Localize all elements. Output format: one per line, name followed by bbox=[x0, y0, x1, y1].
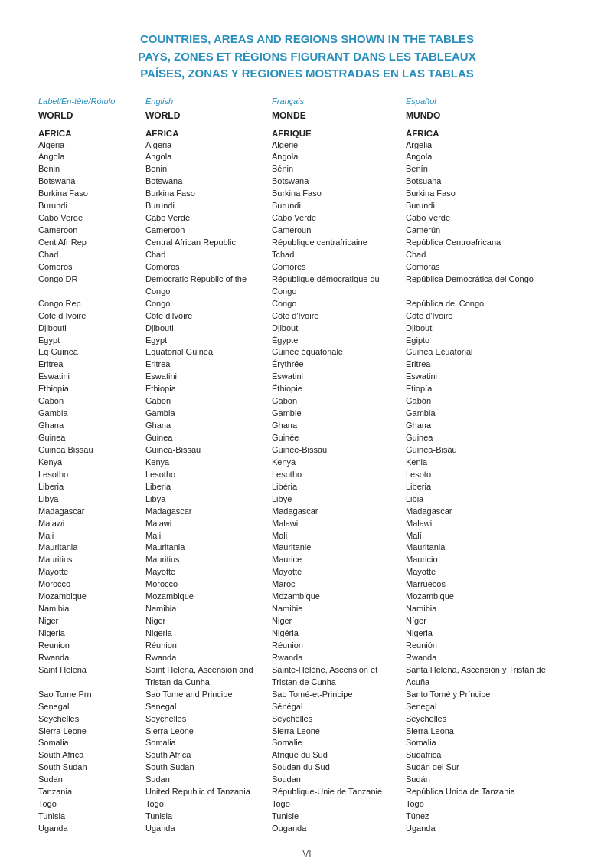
cell: Etiopía bbox=[406, 383, 559, 395]
table-row: ChadChadTchadChad bbox=[38, 249, 576, 261]
cell: Cabo Verde bbox=[406, 212, 559, 224]
table-row: SudanSudanSoudanSudán bbox=[38, 774, 576, 786]
table-row: Sao Tome PrnSao Tome and PrincipeSao Tom… bbox=[38, 689, 576, 701]
cell: Mali bbox=[38, 530, 145, 542]
cell: Liberia bbox=[38, 481, 145, 493]
table-row: SenegalSenegalSénégalSenegal bbox=[38, 701, 576, 713]
cell: Cameroun bbox=[272, 224, 406, 237]
title-line2: PAYS, ZONES ET RÉGIONS FIGURANT DANS LES… bbox=[38, 48, 576, 66]
cell: Senegal bbox=[406, 701, 559, 713]
cell: Namibia bbox=[38, 603, 145, 615]
cell: Kenya bbox=[145, 457, 272, 469]
cell: Comoras bbox=[406, 261, 559, 274]
table-row: Sierra LeoneSierra LeoneSierra LeoneSier… bbox=[38, 726, 576, 738]
cell: South Sudan bbox=[145, 762, 272, 774]
cell: South Africa bbox=[145, 749, 272, 762]
table-row: NamibiaNamibiaNamibieNamibia bbox=[38, 603, 576, 615]
cell: Niger bbox=[145, 615, 272, 627]
africa-label: AFRICA bbox=[38, 129, 145, 138]
cell: Burkina Faso bbox=[272, 188, 406, 200]
col-espanol: Español bbox=[406, 97, 559, 106]
cell: Guinea bbox=[145, 432, 272, 444]
cell: Mayotte bbox=[406, 566, 559, 578]
cell: Eswatini bbox=[272, 371, 406, 383]
cell: Sudán bbox=[406, 774, 559, 786]
cell: Sierra Leone bbox=[38, 726, 145, 738]
cell: Santo Tomé y Príncipe bbox=[406, 689, 559, 701]
cell: Algeria bbox=[145, 139, 272, 152]
cell: Tunisia bbox=[145, 811, 272, 823]
cell: Egypt bbox=[38, 335, 145, 347]
cell: Mozambique bbox=[145, 591, 272, 603]
cell: Angola bbox=[272, 151, 406, 163]
cell: Senegal bbox=[38, 701, 145, 713]
cell: Rwanda bbox=[145, 652, 272, 664]
cell: Madagascar bbox=[406, 506, 559, 518]
cell: Eswatini bbox=[38, 371, 145, 383]
table-row: MoroccoMoroccoMarocMarruecos bbox=[38, 578, 576, 591]
cell: Níger bbox=[406, 615, 559, 627]
table-row: SomaliaSomaliaSomalieSomalia bbox=[38, 737, 576, 749]
cell: Tanzania bbox=[38, 786, 145, 798]
cell: Djibouti bbox=[406, 323, 559, 335]
cell: Congo bbox=[145, 298, 272, 310]
cell: Eswatini bbox=[145, 371, 272, 383]
cell: Central African Republic bbox=[145, 237, 272, 249]
cell: Algérie bbox=[272, 139, 406, 152]
cell: Mali bbox=[145, 530, 272, 542]
cell: Nigéria bbox=[272, 627, 406, 640]
cell: Mauritania bbox=[145, 542, 272, 554]
cell: Congo DR bbox=[38, 274, 145, 286]
cell: Senegal bbox=[145, 701, 272, 713]
cell: Eritrea bbox=[145, 359, 272, 371]
cell: Érythrée bbox=[272, 359, 406, 371]
cell: Mayotte bbox=[145, 566, 272, 578]
table-row: Cent Afr RepCentral African RepublicRépu… bbox=[38, 237, 576, 249]
cell: Gambia bbox=[38, 408, 145, 420]
cell: República Centroafricana bbox=[406, 237, 559, 249]
table-row: NigerNigerNigerNíger bbox=[38, 615, 576, 627]
cell: Saint Helena bbox=[38, 664, 145, 676]
cell: Mauritius bbox=[38, 554, 145, 566]
cell: Rwanda bbox=[38, 652, 145, 664]
cell: Soudan du Sud bbox=[272, 762, 406, 774]
cell: Guinée équatoriale bbox=[272, 346, 406, 359]
cell: Eswatini bbox=[406, 371, 559, 383]
cell: Mali bbox=[272, 530, 406, 542]
cell: Botswana bbox=[272, 175, 406, 188]
cell: Burundi bbox=[145, 200, 272, 212]
table-row: BurundiBurundiBurundiBurundi bbox=[38, 200, 576, 212]
cell: Congo bbox=[272, 298, 406, 310]
cell: Egipto bbox=[406, 335, 559, 347]
cell: Equatorial Guinea bbox=[145, 346, 272, 359]
table-row: ReunionRéunionRéunionReunión bbox=[38, 640, 576, 652]
title-line1: COUNTRIES, AREAS AND REGIONS SHOWN IN TH… bbox=[38, 31, 576, 48]
table-row: TanzaniaUnited Republic of TanzaniaRépub… bbox=[38, 786, 576, 798]
cell: Somalie bbox=[272, 737, 406, 749]
table-row: GhanaGhanaGhanaGhana bbox=[38, 420, 576, 432]
world-espanol: MUNDO bbox=[406, 110, 559, 121]
africa-espanol: ÁFRICA bbox=[406, 129, 559, 138]
cell: Tunisie bbox=[272, 811, 406, 823]
cell: Mauritius bbox=[145, 554, 272, 566]
title-line3: PAÍSES, ZONAS Y REGIONES MOSTRADAS EN LA… bbox=[38, 65, 576, 83]
cell: Botswana bbox=[145, 175, 272, 188]
cell: Égypte bbox=[272, 335, 406, 347]
column-headers: Label/En-tête/Rótulo English Français Es… bbox=[38, 97, 576, 106]
cell: Mauricio bbox=[406, 554, 559, 566]
cell: Burundi bbox=[406, 200, 559, 212]
cell: Namibia bbox=[145, 603, 272, 615]
cell: Guinea bbox=[38, 432, 145, 444]
cell: Madagascar bbox=[38, 506, 145, 518]
table-row: Congo DRDemocratic Republic of the Congo… bbox=[38, 274, 576, 298]
cell: Chad bbox=[406, 249, 559, 261]
cell: Cabo Verde bbox=[272, 212, 406, 224]
table-row: BeninBeninBéninBenín bbox=[38, 163, 576, 175]
cell: Algeria bbox=[38, 139, 145, 152]
cell: Djibouti bbox=[272, 323, 406, 335]
cell: Gambia bbox=[406, 408, 559, 420]
cell: Malawi bbox=[272, 518, 406, 530]
cell: Soudan bbox=[272, 774, 406, 786]
table-row: MayotteMayotteMayotteMayotte bbox=[38, 566, 576, 578]
cell: Chad bbox=[145, 249, 272, 261]
